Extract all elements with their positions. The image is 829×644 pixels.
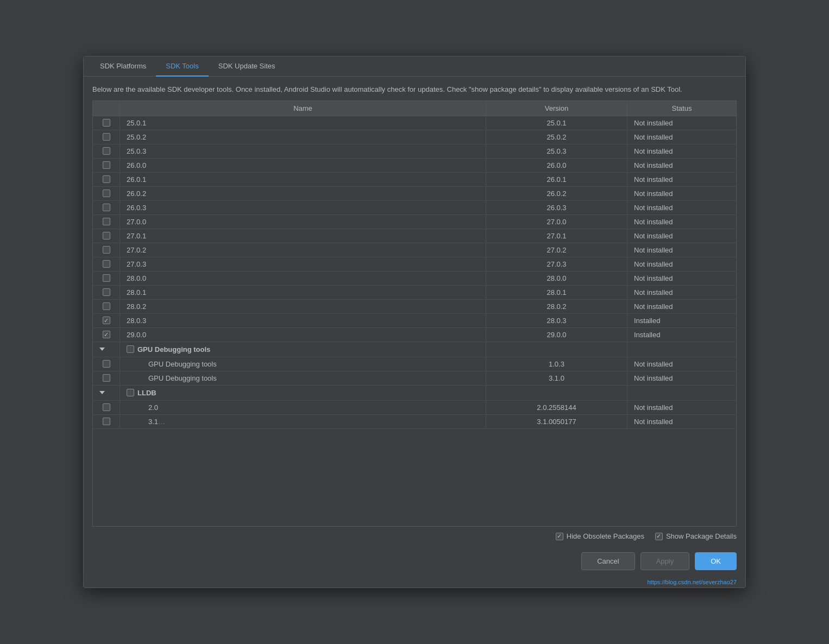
group-expand-cell[interactable] (93, 386, 120, 400)
row-checkbox[interactable] (103, 374, 110, 382)
row-checkbox-cell[interactable] (93, 272, 120, 285)
hide-obsolete-checkbox[interactable] (556, 533, 563, 540)
row-checkbox[interactable] (127, 389, 134, 396)
row-checkbox-cell[interactable] (93, 357, 120, 371)
group-expand-cell[interactable] (93, 342, 120, 357)
col-name: Name (120, 101, 486, 116)
row-checkbox[interactable] (103, 288, 110, 296)
row-checkbox-cell[interactable] (93, 300, 120, 313)
row-checkbox[interactable] (127, 345, 134, 353)
table-row[interactable]: 29.0.0 29.0.0 Installed (93, 328, 736, 342)
table-row[interactable]: 25.0.1 25.0.1 Not installed (93, 116, 736, 130)
row-name-cell: 28.0.1 (120, 286, 486, 299)
expand-icon[interactable] (99, 391, 105, 394)
table-row[interactable]: 27.0.1 27.0.1 Not installed (93, 229, 736, 243)
row-checkbox[interactable] (103, 331, 110, 338)
row-checkbox[interactable] (103, 360, 110, 368)
apply-button[interactable]: Apply (640, 552, 690, 570)
row-checkbox-cell[interactable] (93, 173, 120, 186)
row-checkbox-cell[interactable] (93, 144, 120, 158)
row-checkbox[interactable] (103, 190, 110, 197)
row-checkbox[interactable] (103, 403, 110, 411)
row-name-cell: 26.0.3 (120, 201, 486, 214)
row-name: 25.0.1 (127, 119, 146, 127)
row-version: 26.0.1 (547, 175, 566, 184)
row-checkbox-cell[interactable] (93, 415, 120, 428)
show-package-checkbox[interactable] (655, 533, 663, 540)
cancel-button[interactable]: Cancel (581, 552, 635, 570)
row-checkbox-cell[interactable] (93, 328, 120, 342)
row-name: 28.0.0 (127, 274, 146, 282)
row-checkbox-cell[interactable] (93, 314, 120, 327)
table-row[interactable]: 27.0.3 27.0.3 Not installed (93, 257, 736, 272)
table-row[interactable]: LLDB (93, 386, 736, 401)
row-status-cell: Not installed (627, 243, 736, 257)
row-checkbox-cell[interactable] (93, 159, 120, 172)
table-row[interactable]: 28.0.1 28.0.1 Not installed (93, 286, 736, 300)
row-name: 27.0.1 (127, 232, 146, 240)
row-checkbox[interactable] (103, 175, 110, 183)
row-checkbox[interactable] (103, 302, 110, 310)
table-row[interactable]: 27.0.0 27.0.0 Not installed (93, 215, 736, 229)
row-status-cell: Not installed (627, 257, 736, 271)
table-row[interactable]: 3.1… 3.1.0050177 Not installed (93, 415, 736, 429)
show-package-group[interactable]: Show Package Details (655, 532, 737, 540)
col-status: Status (627, 101, 736, 116)
row-checkbox-cell[interactable] (93, 371, 120, 385)
table-row[interactable]: 25.0.2 25.0.2 Not installed (93, 130, 736, 144)
row-checkbox[interactable] (103, 218, 110, 225)
row-status: Not installed (634, 274, 673, 282)
row-name-cell: 28.0.2 (120, 300, 486, 313)
table-row[interactable]: 28.0.3 28.0.3 Installed (93, 314, 736, 328)
hide-obsolete-group[interactable]: Hide Obsolete Packages (556, 532, 644, 540)
table-row[interactable]: 2.0 2.0.2558144 Not installed (93, 401, 736, 415)
row-checkbox[interactable] (103, 119, 110, 127)
row-checkbox[interactable] (103, 274, 110, 282)
table-row[interactable]: 27.0.2 27.0.2 Not installed (93, 243, 736, 257)
tab-sdk-platforms[interactable]: SDK Platforms (90, 56, 156, 77)
row-checkbox[interactable] (103, 204, 110, 211)
table-row[interactable]: 26.0.3 26.0.3 Not installed (93, 201, 736, 215)
table-row[interactable]: 25.0.3 25.0.3 Not installed (93, 144, 736, 159)
table-row[interactable]: GPU Debugging tools (93, 342, 736, 357)
row-checkbox-cell[interactable] (93, 130, 120, 144)
row-checkbox-cell[interactable] (93, 229, 120, 243)
row-status-cell: Not installed (627, 286, 736, 299)
row-checkbox[interactable] (103, 161, 110, 169)
tab-sdk-tools[interactable]: SDK Tools (156, 56, 208, 77)
row-status-cell: Not installed (627, 357, 736, 371)
tab-sdk-update-sites[interactable]: SDK Update Sites (209, 56, 285, 77)
table-row[interactable]: GPU Debugging tools 1.0.3 Not installed (93, 357, 736, 371)
table-row[interactable]: 26.0.1 26.0.1 Not installed (93, 173, 736, 187)
col-checkbox (93, 101, 120, 116)
table-row[interactable]: 26.0.2 26.0.2 Not installed (93, 187, 736, 201)
table-row[interactable]: 28.0.0 28.0.0 Not installed (93, 272, 736, 286)
row-version: 26.0.3 (547, 204, 566, 212)
row-checkbox[interactable] (103, 260, 110, 268)
row-name: 27.0.3 (127, 260, 146, 268)
row-checkbox-cell[interactable] (93, 243, 120, 257)
table-row[interactable]: 26.0.0 26.0.0 Not installed (93, 159, 736, 173)
row-checkbox[interactable] (103, 418, 110, 425)
row-checkbox-cell[interactable] (93, 401, 120, 414)
table-row[interactable]: 28.0.2 28.0.2 Not installed (93, 300, 736, 314)
row-checkbox-cell[interactable] (93, 286, 120, 299)
row-status-cell: Not installed (627, 415, 736, 428)
expand-icon[interactable] (99, 348, 105, 351)
row-version-cell: 26.0.0 (486, 159, 627, 172)
table-row[interactable]: GPU Debugging tools 3.1.0 Not installed (93, 371, 736, 386)
row-checkbox[interactable] (103, 317, 110, 324)
ok-button[interactable]: OK (695, 552, 737, 570)
row-checkbox-cell[interactable] (93, 201, 120, 214)
row-version-cell: 27.0.3 (486, 257, 627, 271)
row-checkbox-cell[interactable] (93, 215, 120, 229)
row-checkbox[interactable] (103, 246, 110, 254)
row-checkbox[interactable] (103, 147, 110, 155)
row-checkbox[interactable] (103, 232, 110, 239)
row-checkbox-cell[interactable] (93, 116, 120, 130)
row-name: 26.0.0 (127, 161, 146, 169)
row-checkbox-cell[interactable] (93, 187, 120, 200)
row-checkbox-cell[interactable] (93, 257, 120, 271)
row-checkbox[interactable] (103, 133, 110, 141)
row-status-cell: Not installed (627, 159, 736, 172)
